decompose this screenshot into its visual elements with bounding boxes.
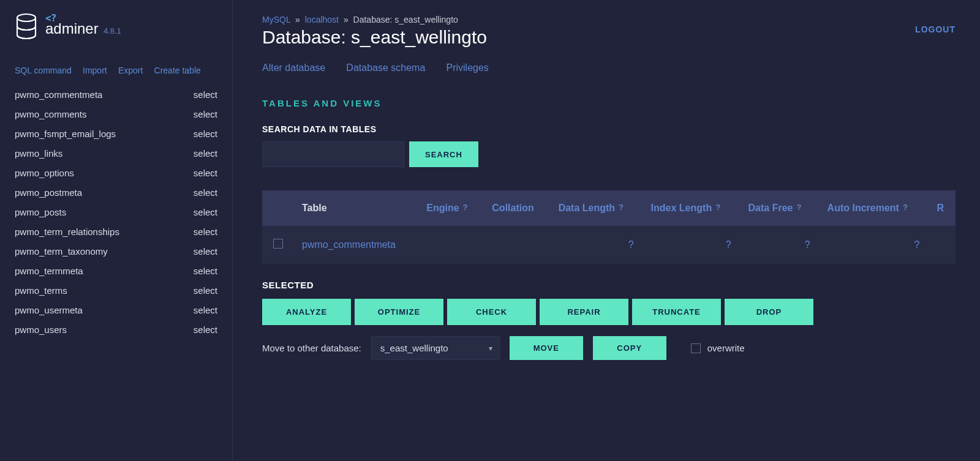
breadcrumb-sep: » [295, 15, 300, 24]
sidebar-select-link[interactable]: select [194, 264, 217, 279]
sidebar-table-row: pwmo_linksselect [15, 144, 217, 163]
sidebar-table-row: pwmo_term_taxonomyselect [15, 242, 217, 261]
app-name[interactable]: adminer [45, 20, 99, 37]
column-header[interactable]: Data Length? [550, 190, 643, 226]
move-button[interactable]: Move [510, 336, 583, 360]
privileges-link[interactable]: Privileges [447, 62, 489, 73]
breadcrumb-server[interactable]: localhost [305, 15, 339, 24]
table-name-link[interactable]: pwmo_commentmeta [302, 239, 396, 250]
sidebar-table-link[interactable]: pwmo_usermeta [15, 303, 83, 318]
table-header-row: TableEngine?CollationData Length?Index L… [262, 190, 956, 226]
help-icon[interactable]: ? [463, 203, 468, 212]
sidebar-table-link[interactable]: pwmo_options [15, 166, 74, 181]
check-button[interactable]: Check [447, 299, 536, 325]
column-header[interactable]: Collation [483, 190, 549, 226]
svg-point-0 [17, 14, 36, 21]
search-input[interactable] [262, 141, 404, 167]
sidebar-table-link[interactable]: pwmo_fsmpt_email_logs [15, 127, 116, 141]
column-header[interactable]: Data Free? [740, 190, 819, 226]
sidebar-select-link[interactable]: select [194, 127, 217, 141]
sidebar-table-link[interactable]: pwmo_commentmeta [15, 88, 102, 102]
drop-button[interactable]: Drop [725, 299, 813, 325]
sidebar-table-link[interactable]: pwmo_term_taxonomy [15, 244, 108, 259]
create-table-link[interactable]: Create table [154, 66, 201, 75]
sidebar-table-link[interactable]: pwmo_termmeta [15, 264, 83, 279]
sidebar-table-link[interactable]: pwmo_terms [15, 283, 67, 298]
sidebar-select-link[interactable]: select [194, 225, 217, 239]
cell-link[interactable]: ? [805, 239, 810, 250]
alter-database-link[interactable]: Alter database [262, 62, 325, 73]
sidebar-table-link[interactable]: pwmo_comments [15, 107, 87, 122]
cell-data_length: ? [550, 226, 643, 264]
sidebar-select-link[interactable]: select [194, 88, 217, 102]
analyze-button[interactable]: Analyze [262, 299, 351, 325]
move-db-select[interactable]: s_east_wellingto [371, 336, 500, 360]
selected-heading: SELECTED [262, 280, 956, 290]
sidebar-table-link[interactable]: pwmo_users [15, 323, 67, 337]
sidebar-table-row: pwmo_postsselect [15, 203, 217, 222]
sidebar: <? adminer 4.8.1 SQL command Import Expo… [0, 0, 233, 461]
sidebar-select-link[interactable]: select [194, 107, 217, 122]
sidebar-table-link[interactable]: pwmo_links [15, 146, 62, 161]
column-header[interactable]: Index Length? [643, 190, 740, 226]
help-icon[interactable]: ? [903, 203, 908, 212]
cell-link[interactable]: ? [628, 239, 634, 250]
search-row: Search [262, 141, 956, 167]
cell-link[interactable]: ? [914, 239, 920, 250]
column-sort-link[interactable]: Data Length [559, 203, 615, 213]
truncate-button[interactable]: Truncate [632, 299, 721, 325]
column-sort-link[interactable]: R [937, 203, 944, 213]
search-button[interactable]: Search [409, 141, 478, 167]
cell-auto_increment: ? [819, 226, 929, 264]
breadcrumb-driver[interactable]: MySQL [262, 15, 290, 24]
cell-engine [418, 226, 483, 264]
column-sort-link[interactable]: Collation [492, 203, 533, 213]
move-db-select-wrap: s_east_wellingto ▾ [371, 336, 500, 360]
sidebar-select-link[interactable]: select [194, 244, 217, 259]
sidebar-table-link[interactable]: pwmo_postmeta [15, 186, 82, 200]
side-links: SQL command Import Export Create table [15, 65, 217, 75]
overwrite-checkbox[interactable] [691, 343, 701, 353]
repair-button[interactable]: Repair [540, 299, 628, 325]
sidebar-table-row: pwmo_commentmetaselect [15, 85, 217, 105]
breadcrumb-db-prefix: Database: [353, 15, 393, 24]
optimize-button[interactable]: Optimize [355, 299, 443, 325]
cell-link[interactable]: ? [726, 239, 731, 250]
db-links: Alter database Database schema Privilege… [262, 62, 956, 73]
column-header[interactable]: R [929, 190, 956, 226]
copy-button[interactable]: Copy [593, 336, 666, 360]
sidebar-table-row: pwmo_fsmpt_email_logsselect [15, 124, 217, 144]
column-header[interactable]: Auto Increment? [819, 190, 929, 226]
sidebar-table-row: pwmo_term_relationshipsselect [15, 222, 217, 242]
app-version: 4.8.1 [104, 26, 121, 36]
help-icon[interactable]: ? [619, 203, 624, 212]
help-icon[interactable]: ? [715, 203, 720, 212]
row-checkbox[interactable] [273, 239, 283, 249]
sidebar-select-link[interactable]: select [194, 303, 217, 318]
column-sort-link[interactable]: Data Free [748, 203, 793, 213]
sidebar-table-link[interactable]: pwmo_term_relationships [15, 225, 119, 239]
sidebar-select-link[interactable]: select [194, 323, 217, 337]
help-icon[interactable]: ? [796, 203, 801, 212]
export-link[interactable]: Export [118, 66, 143, 75]
sidebar-select-link[interactable]: select [194, 146, 217, 161]
column-sort-link[interactable]: Engine [426, 203, 459, 213]
column-sort-link[interactable]: Auto Increment [827, 203, 899, 213]
sidebar-select-link[interactable]: select [194, 186, 217, 200]
database-schema-link[interactable]: Database schema [346, 62, 425, 73]
sql-command-link[interactable]: SQL command [15, 66, 72, 75]
sidebar-select-link[interactable]: select [194, 283, 217, 298]
overwrite-label[interactable]: overwrite [688, 342, 745, 355]
cell-data_free: ? [740, 226, 819, 264]
import-link[interactable]: Import [83, 66, 107, 75]
move-row: Move to other database: s_east_wellingto… [262, 336, 956, 360]
sidebar-select-link[interactable]: select [194, 166, 217, 181]
logout-link[interactable]: LOGOUT [915, 24, 956, 34]
column-header[interactable]: Engine? [418, 190, 483, 226]
column-header[interactable]: Table [293, 190, 418, 226]
sidebar-select-link[interactable]: select [194, 205, 217, 220]
column-sort-link[interactable]: Index Length [651, 203, 712, 213]
cell-r [929, 226, 956, 264]
column-header [262, 190, 293, 226]
sidebar-table-link[interactable]: pwmo_posts [15, 205, 66, 220]
